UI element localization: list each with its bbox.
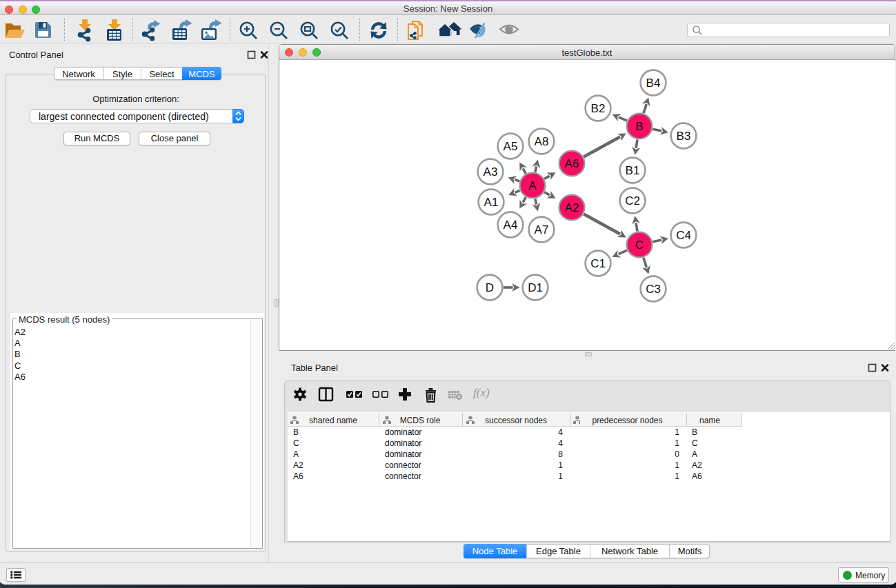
- svg-text:A7: A7: [535, 223, 549, 236]
- svg-text:C1: C1: [590, 257, 606, 270]
- svg-text:B3: B3: [677, 130, 691, 143]
- svg-text:B2: B2: [591, 102, 606, 115]
- svg-text:D: D: [486, 281, 494, 294]
- svg-text:A2: A2: [565, 201, 579, 214]
- svg-text:B1: B1: [626, 164, 640, 177]
- svg-text:A5: A5: [504, 140, 518, 153]
- svg-text:A8: A8: [535, 135, 549, 148]
- svg-text:A3: A3: [484, 165, 498, 179]
- svg-text:C3: C3: [646, 283, 661, 296]
- svg-text:C: C: [635, 239, 644, 252]
- svg-text:A4: A4: [504, 219, 518, 232]
- svg-text:A6: A6: [565, 157, 579, 170]
- svg-text:D1: D1: [528, 281, 543, 294]
- svg-text:A1: A1: [484, 196, 499, 209]
- svg-text:B4: B4: [646, 77, 661, 90]
- svg-text:A: A: [528, 179, 537, 192]
- svg-text:C2: C2: [625, 194, 640, 207]
- svg-text:C4: C4: [676, 229, 691, 242]
- svg-text:B: B: [635, 120, 643, 133]
